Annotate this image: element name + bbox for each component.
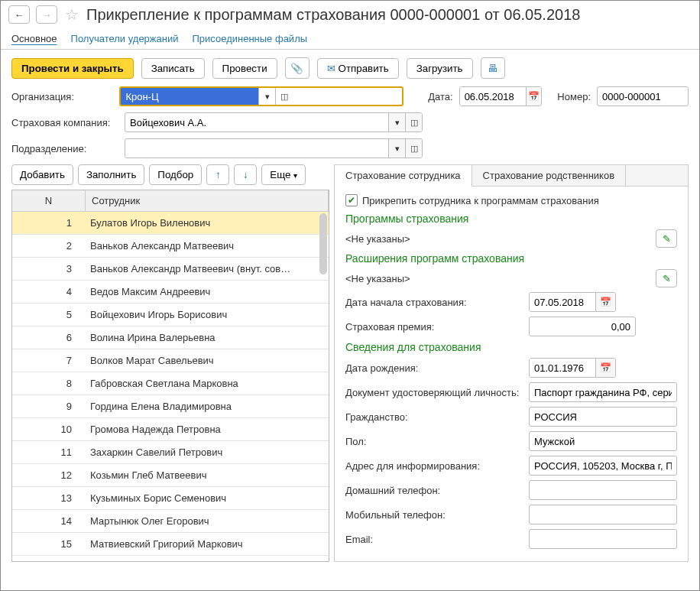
dept-input[interactable] [125,139,388,157]
chevron-down-icon: ▾ [293,171,297,180]
table-row[interactable]: 14Мартынюк Олег Егорович [12,510,329,533]
mobile-phone-input[interactable] [529,505,677,524]
calendar-icon[interactable]: 📅 [595,293,615,311]
row-number: 5 [12,309,86,320]
table-row[interactable]: 7Волков Марат Савельевич [12,349,329,372]
extensions-value: <Не указаны> [345,273,410,284]
doc-label: Документ удостоверяющий личность: [345,387,523,398]
attach-checkbox[interactable]: ✔ [345,194,358,206]
ins-company-input[interactable] [125,113,388,132]
star-icon[interactable]: ☆ [63,6,80,23]
calendar-icon[interactable]: 📅 [526,87,542,106]
table-row[interactable]: 15Матвиевский Григорий Маркович [12,533,329,556]
tab-recipients[interactable]: Получатели удержаний [71,33,179,44]
row-employee: Матвиевский Григорий Маркович [86,538,329,550]
upload-button[interactable]: Загрузить [407,58,473,79]
table-row[interactable]: 9Гордина Елена Владимировна [12,395,329,418]
start-date-input[interactable] [530,293,595,311]
tab-files[interactable]: Присоединенные файлы [192,33,307,44]
dept-open-btn[interactable]: ◫ [405,139,422,157]
email-label: Email: [345,534,523,545]
send-button[interactable]: ✉Отправить [317,58,399,79]
print-button[interactable]: 🖶 [481,57,505,79]
premium-input[interactable] [529,317,636,336]
ins-open-btn[interactable]: ◫ [405,113,422,132]
nav-forward-button[interactable]: → [36,5,57,24]
table-row[interactable]: 2Ваньков Александр Матвеевич [12,235,329,258]
attach-label: Прикрепить сотрудника к программам страх… [362,195,599,206]
attach-button[interactable]: 📎 [285,57,309,79]
row-employee: Булатов Игорь Виленович [86,217,329,229]
post-button[interactable]: Провести [212,58,277,79]
row-number: 8 [12,378,86,389]
table-row[interactable]: 16Мейерсон Софья Карловна [12,556,329,562]
home-phone-input[interactable] [529,480,677,500]
table-row[interactable]: 3Ваньков Александр Матвеевич (внут. сов… [12,258,329,281]
print-icon: 🖶 [488,63,497,74]
sex-input[interactable] [529,431,677,451]
move-down-button[interactable]: ↓ [234,164,257,185]
row-number: 1 [12,217,86,229]
number-input[interactable] [597,86,689,106]
row-number: 13 [12,492,86,504]
row-number: 6 [12,332,86,343]
doc-input[interactable] [529,382,677,402]
row-number: 3 [12,263,86,274]
org-open-btn[interactable]: ◫ [275,88,292,105]
nav-back-button[interactable]: ← [8,5,30,24]
table-row[interactable]: 10Громова Надежда Петровна [12,418,329,441]
table-row[interactable]: 12Козьмин Глеб Матвеевич [12,464,329,487]
edit-extensions-button[interactable]: ✎ [656,269,677,287]
org-input[interactable] [121,88,258,105]
birth-input[interactable] [530,359,595,377]
number-label: Номер: [557,91,591,102]
date-input[interactable] [460,87,526,106]
table-row[interactable]: 8Габровская Светлана Марковна [12,372,329,395]
table-row[interactable]: 13Кузьминых Борис Семенович [12,487,329,510]
tab-main[interactable]: Основное [11,33,57,44]
row-number: 10 [12,424,86,435]
envelope-icon: ✉ [327,63,335,74]
citizenship-label: Гражданство: [345,411,523,423]
email-input[interactable] [529,529,677,549]
arrow-up-icon: ↑ [216,169,221,180]
date-label: Дата: [428,91,452,102]
org-dropdown-btn[interactable]: ▾ [258,88,275,105]
arrow-down-icon: ↓ [243,169,248,180]
address-input[interactable] [529,456,677,476]
row-employee: Волина Ирина Валерьевна [86,332,329,343]
add-row-button[interactable]: Добавить [11,164,73,185]
row-number: 11 [12,446,86,458]
select-button[interactable]: Подбор [149,164,202,185]
pencil-icon: ✎ [663,273,671,284]
row-employee: Ваньков Александр Матвеевич (внут. сов… [86,263,329,274]
ins-dropdown-btn[interactable]: ▾ [388,113,405,132]
move-up-button[interactable]: ↑ [206,164,229,185]
edit-programs-button[interactable]: ✎ [656,229,677,248]
table-row[interactable]: 1Булатов Игорь Виленович [12,212,329,235]
calendar-icon[interactable]: 📅 [595,359,615,377]
col-employee[interactable]: Сотрудник [86,190,329,211]
scrollbar[interactable] [319,213,327,274]
row-number: 4 [12,286,86,297]
fill-button[interactable]: Заполнить [78,164,144,185]
subtab-employee[interactable]: Страхование сотрудника [335,165,472,187]
citizenship-input[interactable] [529,407,677,427]
table-row[interactable]: 5Войцехович Игорь Борисович [12,304,329,326]
row-employee: Захаркин Савелий Петрович [86,446,329,458]
subtab-relatives[interactable]: Страхование родственников [472,165,626,186]
row-number: 2 [12,240,86,252]
table-row[interactable]: 11Захаркин Савелий Петрович [12,441,329,464]
premium-label: Страховая премия: [345,321,523,333]
save-button[interactable]: Записать [141,58,205,79]
table-row[interactable]: 6Волина Ирина Валерьевна [12,326,329,349]
ins-company-label: Страховая компания: [11,117,118,128]
col-n[interactable]: N [12,190,86,211]
programs-heading: Программы страхования [345,213,677,225]
post-close-button[interactable]: Провести и закрыть [11,58,134,79]
dept-dropdown-btn[interactable]: ▾ [388,139,405,157]
table-row[interactable]: 4Ведов Максим Андреевич [12,281,329,304]
more-button[interactable]: Еще ▾ [261,164,306,185]
birth-label: Дата рождения: [345,362,523,374]
paperclip-icon: 📎 [290,63,303,74]
